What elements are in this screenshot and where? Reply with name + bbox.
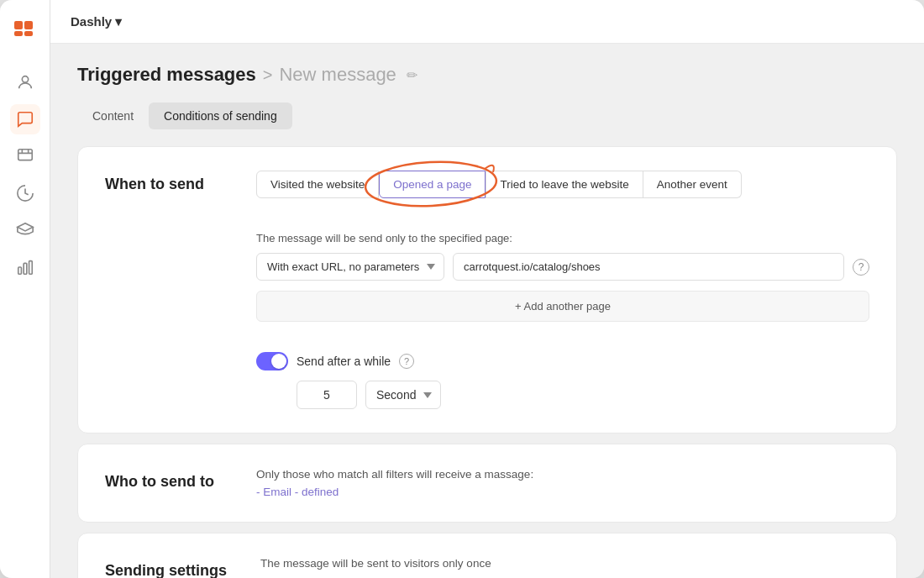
svg-rect-1 xyxy=(24,21,33,29)
brand-chevron-icon: ▾ xyxy=(115,14,122,29)
event-btn-opened[interactable]: Opened a page xyxy=(379,171,486,198)
breadcrumb-edit-icon[interactable]: ✏ xyxy=(407,67,417,83)
when-to-send-content: Visited the website Opened a page xyxy=(256,171,869,409)
who-to-send-label: Who to send to xyxy=(105,468,223,491)
sidebar-item-contacts[interactable] xyxy=(10,67,40,97)
svg-rect-3 xyxy=(24,31,33,36)
who-to-send-card: Who to send to Only those who match all … xyxy=(77,444,897,523)
event-btn-leave[interactable]: Tried to leave the website xyxy=(486,171,643,198)
sidebar-item-courses[interactable] xyxy=(10,215,40,245)
who-to-send-section: Who to send to Only those who match all … xyxy=(105,468,869,498)
tabs: Content Conditions of sending xyxy=(77,102,897,129)
breadcrumb-sub: New message xyxy=(279,64,396,86)
svg-rect-6 xyxy=(18,267,21,274)
annotation-wrapper: Opened a page xyxy=(379,171,486,198)
svg-rect-0 xyxy=(14,21,23,29)
url-match-select[interactable]: With exact URL, no parameters Contains S… xyxy=(256,253,444,281)
time-value-input[interactable] xyxy=(297,381,357,409)
sidebar-logo[interactable] xyxy=(10,17,40,47)
time-unit-select[interactable]: Second Minute Hour xyxy=(365,381,441,409)
sidebar-item-campaigns[interactable] xyxy=(10,178,40,208)
page-content: Triggered messages > New message ✏ Conte… xyxy=(50,44,924,578)
filter-value: - Email - defined xyxy=(256,486,533,498)
sending-settings-label: Sending settings xyxy=(105,557,227,578)
logo-icon xyxy=(13,19,38,45)
main-content: Dashly ▾ Triggered messages > New messag… xyxy=(50,0,924,578)
time-row: Second Minute Hour xyxy=(297,381,869,409)
svg-point-4 xyxy=(22,76,28,82)
send-after-toggle[interactable] xyxy=(256,352,288,370)
breadcrumb-main: Triggered messages xyxy=(77,64,256,86)
page-filter-label: The message will be send only to the spe… xyxy=(256,232,869,244)
breadcrumb: Triggered messages > New message ✏ xyxy=(77,64,897,86)
sidebar-item-conversations[interactable] xyxy=(10,141,40,171)
tab-conditions[interactable]: Conditions of sending xyxy=(149,102,292,129)
event-btn-another[interactable]: Another event xyxy=(643,171,742,198)
url-help-icon[interactable]: ? xyxy=(853,259,869,276)
page-filter-row: With exact URL, no parameters Contains S… xyxy=(256,253,869,281)
sending-settings-description: The message will be sent to visitors onl… xyxy=(260,557,491,570)
who-to-send-content: Only those who match all filters will re… xyxy=(256,468,533,498)
brand-label: Dashly xyxy=(71,14,112,29)
brand-button[interactable]: Dashly ▾ xyxy=(71,14,122,29)
when-to-send-card: When to send Visited the website Opened … xyxy=(77,146,897,434)
when-to-send-label: When to send xyxy=(105,171,223,193)
sidebar-item-messages[interactable] xyxy=(10,104,40,134)
tab-content[interactable]: Content xyxy=(77,102,149,129)
svg-rect-5 xyxy=(18,150,32,160)
url-input[interactable] xyxy=(453,253,844,281)
sidebar-item-analytics[interactable] xyxy=(10,252,40,282)
sending-settings-section: Sending settings The message will be sen… xyxy=(105,557,869,578)
sidebar xyxy=(0,0,50,578)
add-page-button[interactable]: + Add another page xyxy=(256,291,869,322)
send-after-help-icon[interactable]: ? xyxy=(399,354,414,369)
svg-rect-2 xyxy=(14,31,23,36)
svg-rect-7 xyxy=(24,263,27,274)
topbar: Dashly ▾ xyxy=(50,0,924,44)
event-buttons: Visited the website Opened a page xyxy=(256,171,742,198)
send-after-label: Send after a while xyxy=(297,355,391,368)
event-btn-visited[interactable]: Visited the website xyxy=(256,171,379,198)
svg-rect-8 xyxy=(29,261,32,275)
breadcrumb-separator: > xyxy=(263,66,273,85)
send-after-row: Send after a while ? xyxy=(256,352,869,370)
sending-settings-card: Sending settings The message will be sen… xyxy=(77,533,897,578)
filter-label: Only those who match all filters will re… xyxy=(256,468,533,481)
when-to-send-section: When to send Visited the website Opened … xyxy=(105,171,869,409)
